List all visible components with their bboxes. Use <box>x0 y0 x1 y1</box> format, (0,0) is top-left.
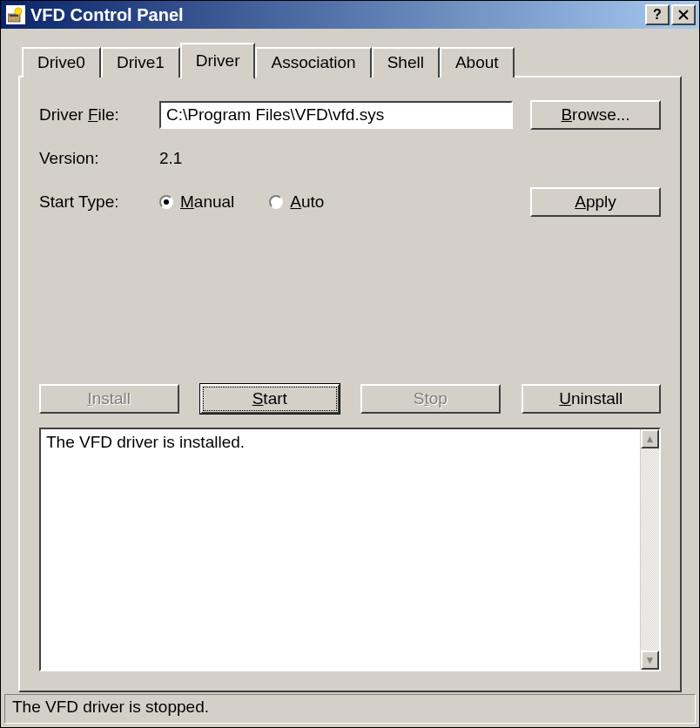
close-button[interactable] <box>671 4 696 25</box>
app-window: VFD Control Panel ? Drive0 Drive1 Driver… <box>0 0 700 728</box>
app-icon <box>6 5 25 24</box>
scroll-track[interactable] <box>641 448 659 650</box>
driver-file-label: Driver File: <box>39 105 159 125</box>
start-type-group: Manual Auto <box>159 192 324 212</box>
action-button-row: Install Start Stop Uninstall <box>39 384 661 414</box>
log-scrollbar[interactable]: ▲ ▼ <box>640 429 659 670</box>
status-text: The VFD driver is stopped. <box>4 694 696 724</box>
version-row: Version: 2.1 <box>39 149 661 168</box>
tab-drive1[interactable]: Drive1 <box>101 47 180 78</box>
version-value: 2.1 <box>159 149 182 168</box>
tabstrip: Drive0 Drive1 Driver Association Shell A… <box>18 46 682 78</box>
window-title: VFD Control Panel <box>30 5 643 25</box>
apply-button[interactable]: Apply <box>530 187 661 217</box>
help-button[interactable]: ? <box>645 4 670 25</box>
radio-manual-label: Manual <box>180 192 234 212</box>
client-area: Drive0 Drive1 Driver Association Shell A… <box>1 29 699 727</box>
uninstall-button[interactable]: Uninstall <box>522 384 662 414</box>
start-type-label: Start Type: <box>39 192 159 212</box>
version-label: Version: <box>39 149 159 168</box>
tab-shell[interactable]: Shell <box>372 47 440 78</box>
svg-rect-1 <box>10 15 18 17</box>
statusbar: The VFD driver is stopped. <box>4 694 696 724</box>
svg-point-2 <box>15 8 22 15</box>
driver-file-row: Driver File: Browse... <box>39 100 661 130</box>
log-text: The VFD driver is installed. <box>46 433 245 451</box>
browse-button[interactable]: Browse... <box>530 100 661 130</box>
stop-button[interactable]: Stop <box>360 384 501 414</box>
radio-auto-dot <box>269 195 283 209</box>
tab-association[interactable]: Association <box>255 47 371 78</box>
radio-auto[interactable]: Auto <box>269 192 324 212</box>
radio-auto-label: Auto <box>290 192 324 212</box>
log-textbox[interactable]: The VFD driver is installed. ▲ ▼ <box>39 428 661 671</box>
tab-page-driver: Driver File: Browse... Version: 2.1 Star… <box>18 76 682 692</box>
tab-control: Drive0 Drive1 Driver Association Shell A… <box>18 46 682 692</box>
driver-file-input[interactable] <box>159 101 513 129</box>
tab-about[interactable]: About <box>440 47 515 78</box>
start-type-row: Start Type: Manual Auto Apply <box>39 187 661 217</box>
radio-manual[interactable]: Manual <box>159 192 234 212</box>
start-button[interactable]: Start <box>200 384 340 414</box>
install-button[interactable]: Install <box>39 384 179 414</box>
scroll-down-button[interactable]: ▼ <box>641 650 659 670</box>
scroll-up-button[interactable]: ▲ <box>641 429 659 448</box>
tab-driver[interactable]: Driver <box>180 43 256 79</box>
radio-manual-dot <box>159 195 173 209</box>
titlebar: VFD Control Panel ? <box>1 1 699 29</box>
tab-drive0[interactable]: Drive0 <box>22 47 101 78</box>
